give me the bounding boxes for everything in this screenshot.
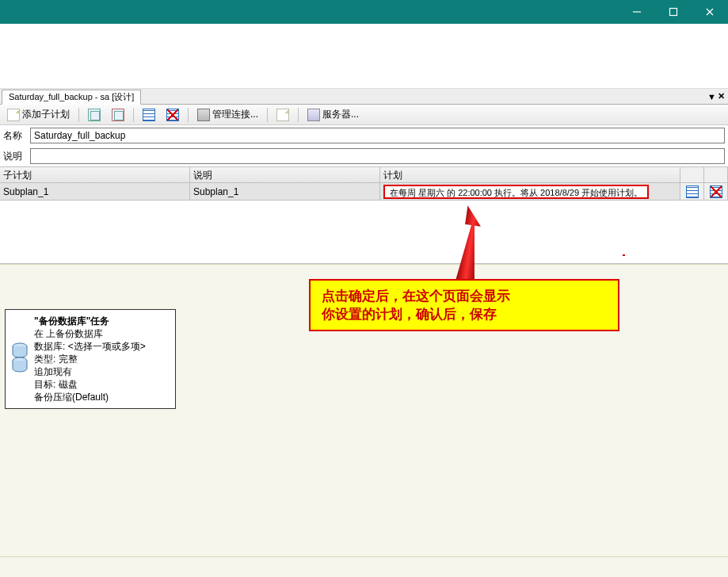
subplan-schedule-cell[interactable]: 在每周 星期六 的 22:00:00 执行。将从 2018/8/29 开始使用计… — [380, 183, 680, 201]
name-row: 名称 — [0, 125, 728, 146]
name-label: 名称 — [3, 129, 27, 143]
desc-input[interactable] — [30, 148, 725, 164]
task-line-4: 追加现有 — [34, 365, 170, 378]
col-desc: 说明 — [190, 167, 380, 183]
servers-label: 服务器... — [322, 108, 359, 121]
calendar-icon — [143, 109, 155, 121]
servers-button[interactable]: 服务器... — [303, 105, 363, 124]
schedule-button[interactable] — [139, 106, 159, 124]
task-line-3: 类型: 完整 — [34, 353, 170, 365]
maximize-button[interactable] — [655, 0, 692, 24]
task-line-2: 数据库: <选择一项或多项> — [34, 340, 170, 353]
ribbon-area — [0, 24, 728, 89]
delete-icon — [112, 109, 124, 121]
col-action2 — [704, 167, 728, 183]
status-area — [0, 556, 728, 577]
page-icon — [7, 109, 20, 121]
task-title: "备份数据库"任务 — [34, 315, 170, 327]
schedule-edit-button[interactable] — [680, 183, 704, 201]
task-line-6: 备份压缩(Default) — [34, 391, 170, 403]
task-line-1: 在 上备份数据库 — [34, 327, 170, 340]
desc-row: 说明 — [0, 146, 728, 166]
schedule-text: 在每周 星期六 的 22:00:00 执行。将从 2018/8/29 开始使用计… — [383, 185, 649, 199]
calendar-remove-icon — [166, 109, 179, 121]
add-subplan-button[interactable]: 添加子计划 — [3, 105, 74, 124]
servers-icon — [307, 109, 320, 121]
name-input[interactable] — [30, 128, 725, 143]
backup-task-box[interactable]: "备份数据库"任务 在 上备份数据库 数据库: <选择一项或多项> 类型: 完整… — [5, 309, 176, 409]
caret-marker — [623, 254, 625, 256]
subplan-props-button[interactable] — [84, 106, 105, 124]
task-line-5: 目标: 磁盘 — [34, 378, 170, 391]
annotation-note: 点击确定后，在这个页面会显示 你设置的计划，确认后，保存 — [309, 279, 619, 331]
annot-line2: 你设置的计划，确认后，保存 — [322, 305, 607, 323]
tab-dropdown-icon[interactable]: ▼ — [707, 92, 716, 101]
manage-connections-button[interactable]: 管理连接... — [193, 105, 262, 124]
tab-saturday-full-backup[interactable]: Saturday_full_backup - sa [设计] — [2, 90, 141, 105]
subplan-row[interactable]: Subplan_1 Subplan_1 在每周 星期六 的 22:00:00 执… — [0, 183, 728, 201]
tab-close-icon[interactable]: ✕ — [718, 91, 725, 101]
subplan-desc-cell[interactable]: Subplan_1 — [190, 183, 380, 201]
close-button[interactable] — [692, 0, 728, 24]
report-icon — [276, 109, 289, 121]
grid-empty-area — [0, 201, 728, 264]
calendar-icon — [686, 185, 699, 198]
calendar-remove-icon — [710, 185, 722, 198]
add-subplan-label: 添加子计划 — [22, 108, 70, 121]
col-subplan: 子计划 — [0, 167, 190, 183]
col-schedule: 计划 — [380, 167, 680, 183]
annot-line1: 点击确定后，在这个页面会显示 — [322, 287, 607, 305]
svg-rect-1 — [670, 9, 677, 16]
subplan-grid-header: 子计划 说明 计划 — [0, 166, 728, 183]
report-button[interactable] — [273, 106, 293, 124]
properties-icon — [88, 109, 101, 121]
schedule-delete-button[interactable] — [704, 183, 728, 201]
minimize-button[interactable] — [619, 0, 655, 24]
subplan-name-cell[interactable]: Subplan_1 — [0, 183, 190, 201]
schedule-remove-button[interactable] — [162, 106, 183, 124]
toolbar: 添加子计划 管理连接... 服务器... — [0, 105, 728, 125]
window-titlebar — [0, 0, 728, 24]
document-tab-strip: Saturday_full_backup - sa [设计] ▼ ✕ — [0, 89, 728, 105]
subplan-delete-button[interactable] — [108, 106, 128, 124]
task-body: "备份数据库"任务 在 上备份数据库 数据库: <选择一项或多项> 类型: 完整… — [34, 315, 170, 403]
desc-label: 说明 — [3, 150, 27, 163]
server-icon — [197, 109, 210, 121]
manage-conn-label: 管理连接... — [212, 108, 258, 121]
col-action1 — [680, 167, 704, 183]
database-stack-icon — [10, 342, 29, 373]
